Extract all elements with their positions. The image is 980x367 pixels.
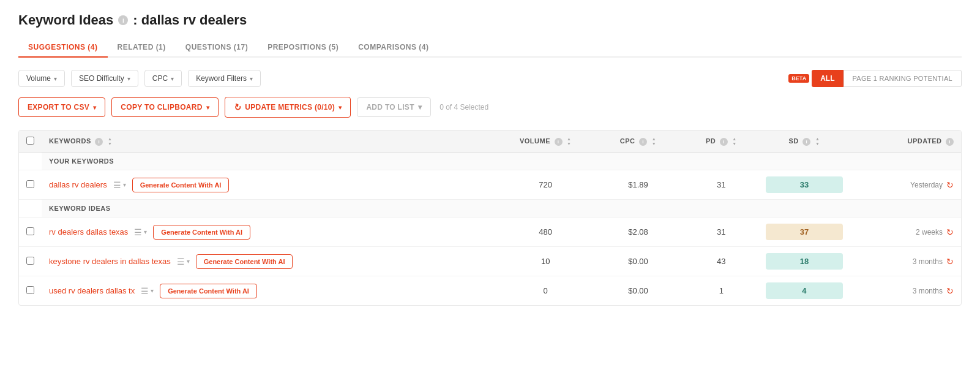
- sd-value: 18: [766, 253, 843, 270]
- sort-icons[interactable]: ▲▼: [732, 137, 736, 146]
- col-header-pd: PD i ▲▼: [684, 131, 758, 153]
- updated-cell: 2 weeks ↻: [850, 218, 961, 247]
- cpc-cell: $0.00: [592, 276, 684, 306]
- keyword-options-icon[interactable]: ☰: [141, 286, 149, 296]
- keyword-actions[interactable]: ☰ ▾: [134, 227, 147, 237]
- chevron-down-icon: ▾: [206, 104, 209, 111]
- keyword-link[interactable]: rv dealers dallas texas: [49, 227, 128, 236]
- updated-cell: 3 months ↻: [850, 276, 961, 306]
- chevron-down-icon: ▾: [418, 103, 422, 112]
- generate-content-ai-button[interactable]: Generate Content With AI: [153, 225, 250, 240]
- sd-cell: 18: [758, 247, 850, 276]
- keyword-filters-filter[interactable]: Keyword Filters ▾: [188, 70, 261, 87]
- sort-icons[interactable]: ▲▼: [108, 137, 112, 146]
- tabs-bar: SUGGESTIONS (4) RELATED (1) QUESTIONS (1…: [18, 38, 962, 58]
- generate-content-ai-button[interactable]: Generate Content With AI: [196, 254, 293, 269]
- table-row: keystone rv dealers in dallas texas ☰ ▾ …: [19, 247, 961, 276]
- updated-text: 3 months: [913, 287, 943, 295]
- sd-cell: 4: [758, 276, 850, 306]
- table-row: used rv dealers dallas tx ☰ ▾ Generate C…: [19, 276, 961, 306]
- cpc-filter[interactable]: CPC ▾: [144, 70, 182, 87]
- title-info-icon[interactable]: i: [118, 15, 128, 25]
- volume-cell: 10: [499, 247, 592, 276]
- pd-info-icon[interactable]: i: [720, 138, 728, 146]
- table-row: dallas rv dealers ☰ ▾ Generate Content W…: [19, 170, 961, 200]
- refresh-icon[interactable]: ↻: [946, 180, 954, 190]
- generate-content-ai-button[interactable]: Generate Content With AI: [160, 284, 257, 298]
- select-all-checkbox-cell[interactable]: [19, 131, 42, 153]
- generate-content-ai-button[interactable]: Generate Content With AI: [132, 178, 230, 192]
- keyword-actions[interactable]: ☰ ▾: [177, 257, 190, 267]
- tab-related[interactable]: RELATED (1): [108, 38, 176, 58]
- sd-value: 4: [766, 282, 843, 299]
- toggle-all-button[interactable]: ALL: [812, 70, 843, 87]
- chevron-down-icon: ▾: [93, 104, 96, 111]
- chevron-down-icon[interactable]: ▾: [151, 287, 154, 294]
- select-all-checkbox[interactable]: [26, 137, 34, 145]
- refresh-icon[interactable]: ↻: [946, 227, 954, 237]
- sd-info-icon[interactable]: i: [802, 138, 810, 146]
- cpc-cell: $2.08: [592, 218, 684, 247]
- row-checkbox[interactable]: [26, 286, 34, 294]
- col-header-volume: VOLUME i ▲▼: [499, 131, 592, 153]
- row-checkbox[interactable]: [26, 180, 34, 188]
- tab-comparisons[interactable]: COMPARISONS (4): [348, 38, 438, 58]
- row-checkbox-cell[interactable]: [19, 218, 42, 247]
- sd-value: 37: [766, 224, 843, 240]
- volume-info-icon[interactable]: i: [555, 138, 563, 146]
- keyword-options-icon[interactable]: ☰: [134, 227, 142, 237]
- selected-count: 0 of 4 Selected: [440, 103, 488, 112]
- col-header-cpc: CPC i ▲▼: [592, 131, 684, 153]
- table-row: rv dealers dallas texas ☰ ▾ Generate Con…: [19, 218, 961, 247]
- chevron-down-icon: ▾: [339, 104, 342, 111]
- chevron-down-icon[interactable]: ▾: [123, 181, 126, 188]
- refresh-icon[interactable]: ↻: [946, 257, 954, 267]
- sort-icons[interactable]: ▲▼: [652, 137, 656, 146]
- row-checkbox-cell[interactable]: [19, 170, 42, 200]
- pd-cell: 1: [684, 276, 758, 306]
- keyword-actions[interactable]: ☰ ▾: [141, 286, 154, 296]
- keyword-options-icon[interactable]: ☰: [113, 180, 121, 190]
- col-header-updated: UPDATED i: [850, 131, 961, 153]
- export-csv-button[interactable]: EXPORT TO CSV ▾: [18, 97, 105, 117]
- row-checkbox-cell[interactable]: [19, 276, 42, 306]
- beta-badge: BETA: [788, 74, 809, 83]
- section-header-row: KEYWORD IDEAS: [19, 200, 961, 218]
- sort-icons[interactable]: ▲▼: [815, 137, 820, 146]
- seo-difficulty-filter[interactable]: SEO Difficulty ▾: [71, 70, 138, 87]
- keyword-link[interactable]: keystone rv dealers in dallas texas: [49, 257, 171, 266]
- updated-info-icon[interactable]: i: [946, 138, 954, 146]
- update-metrics-button[interactable]: ↻ UPDATE METRICS (0/10) ▾: [225, 97, 351, 118]
- chevron-down-icon: ▾: [171, 75, 174, 82]
- keyword-options-icon[interactable]: ☰: [177, 257, 185, 267]
- add-to-list-button[interactable]: ADD TO LIST ▾: [357, 97, 431, 117]
- tab-prepositions[interactable]: PREPOSITIONS (5): [258, 38, 348, 58]
- tab-suggestions[interactable]: SUGGESTIONS (4): [18, 38, 108, 58]
- keyword-link[interactable]: used rv dealers dallas tx: [49, 286, 135, 295]
- volume-filter[interactable]: Volume ▾: [18, 70, 65, 87]
- copy-clipboard-button[interactable]: COPY TO CLIPBOARD ▾: [111, 97, 219, 117]
- pd-cell: 31: [684, 218, 758, 247]
- row-checkbox-cell[interactable]: [19, 247, 42, 276]
- pd-cell: 43: [684, 247, 758, 276]
- col-header-sd: SD i ▲▼: [758, 131, 850, 153]
- keyword-actions[interactable]: ☰ ▾: [113, 180, 126, 190]
- chevron-down-icon[interactable]: ▾: [187, 258, 190, 265]
- filter-row: Volume ▾ SEO Difficulty ▾ CPC ▾ Keyword …: [18, 70, 962, 87]
- keywords-info-icon[interactable]: i: [95, 138, 103, 146]
- cpc-info-icon[interactable]: i: [639, 138, 647, 146]
- sd-cell: 33: [758, 170, 850, 200]
- keyword-cell: keystone rv dealers in dallas texas ☰ ▾ …: [42, 247, 499, 276]
- row-checkbox[interactable]: [26, 227, 34, 235]
- keywords-table: KEYWORDS i ▲▼ VOLUME i ▲▼ CPC i ▲▼ PD i: [18, 130, 962, 306]
- keyword-cell: dallas rv dealers ☰ ▾ Generate Content W…: [42, 170, 499, 200]
- table-header-row: KEYWORDS i ▲▼ VOLUME i ▲▼ CPC i ▲▼ PD i: [19, 131, 961, 153]
- row-checkbox[interactable]: [26, 257, 34, 265]
- tab-questions[interactable]: QUESTIONS (17): [176, 38, 258, 58]
- keyword-link[interactable]: dallas rv dealers: [49, 180, 107, 189]
- toggle-page1-button[interactable]: PAGE 1 RANKING POTENTIAL: [843, 70, 962, 87]
- sort-icons[interactable]: ▲▼: [567, 137, 571, 146]
- updated-cell: Yesterday ↻: [850, 170, 961, 200]
- refresh-icon[interactable]: ↻: [946, 286, 954, 296]
- chevron-down-icon[interactable]: ▾: [144, 229, 147, 235]
